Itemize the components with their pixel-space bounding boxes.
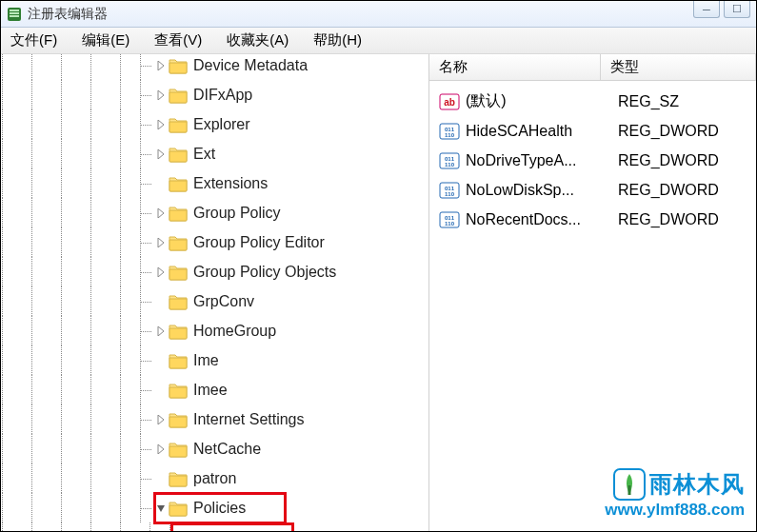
tree-item-label: Device Metadata: [193, 57, 308, 74]
svg-text:110: 110: [445, 162, 455, 167]
tree-item-label: GrpConv: [193, 293, 254, 310]
list-row[interactable]: 011110NoDriveTypeA...REG_DWORD: [429, 146, 756, 175]
tree-item-label: Explorer: [193, 116, 250, 133]
tree-item-label: DIFxApp: [193, 87, 252, 104]
tree-item[interactable]: Device Metadata: [1, 54, 336, 80]
expander-icon[interactable]: [155, 296, 167, 307]
tree-item[interactable]: GrpConv: [1, 286, 336, 316]
tree-item-label: Extensions: [193, 175, 268, 192]
expander-icon[interactable]: [155, 178, 167, 189]
svg-text:110: 110: [445, 132, 455, 138]
list-row[interactable]: 011110HideSCAHealthREG_DWORD: [429, 116, 756, 146]
content: Device MetadataDIFxAppExplorerExtExtensi…: [1, 54, 756, 531]
value-type: REG_SZ: [608, 93, 679, 110]
expander-icon[interactable]: [155, 473, 167, 484]
tree-item[interactable]: patron: [1, 463, 336, 493]
menu-edit[interactable]: 编辑(E): [82, 31, 129, 49]
watermark: 雨林木风 www.ylmf888.com: [605, 468, 745, 520]
menu-view[interactable]: 查看(V): [154, 31, 202, 49]
value-type: REG_DWORD: [608, 152, 719, 169]
svg-text:110: 110: [445, 221, 455, 227]
menu-file[interactable]: 文件(F): [10, 31, 57, 49]
tree-item-label: Internet Settings: [193, 411, 305, 428]
tree-item[interactable]: Group Policy Objects: [1, 257, 336, 286]
expander-icon[interactable]: [155, 148, 167, 160]
window-title: 注册表编辑器: [28, 6, 108, 23]
logo-icon: [613, 468, 646, 501]
tree-item-label: Ime: [193, 352, 219, 369]
svg-rect-2: [10, 12, 19, 14]
window-controls: ─ ☐: [693, 1, 750, 18]
list-row[interactable]: 011110NoRecentDocs...REG_DWORD: [429, 205, 756, 234]
tree-item-label: Explorer: [223, 529, 280, 532]
watermark-url: www.ylmf888.com: [605, 501, 745, 520]
tree-item[interactable]: Explorer: [1, 109, 336, 139]
tree-item[interactable]: NetCache: [1, 434, 336, 463]
tree-item-label: patron: [193, 470, 236, 487]
tree-item-label: Group Policy: [193, 205, 281, 222]
tree-item-label: Ext: [193, 146, 215, 163]
tree-item[interactable]: Group Policy Editor: [1, 227, 336, 257]
expander-icon[interactable]: [155, 355, 167, 366]
maximize-button[interactable]: ☐: [724, 1, 750, 18]
value-name: NoLowDiskSp...: [466, 182, 608, 199]
tree-item[interactable]: Ime: [1, 345, 336, 375]
watermark-text: 雨林木风: [649, 469, 745, 500]
value-name: NoRecentDocs...: [466, 211, 608, 228]
tree-pane[interactable]: Device MetadataDIFxAppExplorerExtExtensi…: [1, 54, 429, 531]
expander-icon[interactable]: [155, 384, 167, 396]
expander-icon[interactable]: [155, 60, 167, 71]
tree-item[interactable]: Policies: [1, 493, 336, 522]
tree-item[interactable]: HomeGroup: [1, 316, 336, 345]
tree-item-label: Group Policy Editor: [193, 234, 325, 251]
svg-rect-19: [628, 485, 631, 495]
expander-icon[interactable]: [155, 266, 167, 278]
tree-item-label: Group Policy Objects: [193, 264, 336, 281]
tree-item[interactable]: DIFxApp: [1, 80, 336, 109]
value-type: REG_DWORD: [608, 182, 719, 199]
tree-item[interactable]: Ext: [1, 139, 336, 168]
svg-text:ab: ab: [444, 97, 455, 108]
tree-item-label: Imee: [193, 382, 228, 399]
value-type: REG_DWORD: [608, 211, 719, 228]
regedit-icon: [7, 7, 22, 22]
tree-item[interactable]: Group Policy: [1, 198, 336, 227]
expander-icon[interactable]: [155, 443, 167, 455]
tree-item[interactable]: Explorer: [1, 522, 336, 531]
value-type: REG_DWORD: [608, 123, 719, 140]
svg-rect-3: [10, 15, 19, 17]
minimize-button[interactable]: ─: [693, 1, 720, 18]
tree-item-label: NetCache: [193, 441, 261, 458]
list-row[interactable]: 011110NoLowDiskSp...REG_DWORD: [429, 175, 756, 205]
value-name: (默认): [466, 91, 608, 111]
list-header: 名称 类型: [429, 54, 756, 81]
column-header-name[interactable]: 名称: [429, 54, 601, 80]
expander-icon[interactable]: [155, 502, 167, 514]
column-header-type[interactable]: 类型: [601, 54, 756, 80]
expander-icon[interactable]: [155, 119, 167, 130]
menubar: 文件(F) 编辑(E) 查看(V) 收藏夹(A) 帮助(H): [1, 28, 756, 54]
tree-item-label: Policies: [193, 500, 246, 517]
menu-favorites[interactable]: 收藏夹(A): [227, 31, 289, 49]
svg-rect-1: [10, 10, 19, 11]
svg-text:110: 110: [445, 191, 455, 197]
expander-icon[interactable]: [155, 207, 167, 219]
expander-icon[interactable]: [155, 237, 167, 248]
expander-icon[interactable]: [155, 414, 167, 425]
tree-item[interactable]: Imee: [1, 375, 336, 404]
titlebar: 注册表编辑器 ─ ☐: [1, 1, 756, 28]
list-pane[interactable]: 名称 类型 ab(默认)REG_SZ011110HideSCAHealthREG…: [429, 54, 756, 531]
expander-icon[interactable]: [155, 89, 167, 101]
value-name: NoDriveTypeA...: [466, 152, 608, 169]
tree-item-label: HomeGroup: [193, 323, 276, 340]
expander-icon[interactable]: [155, 325, 167, 337]
value-name: HideSCAHealth: [466, 123, 608, 140]
tree-item[interactable]: Internet Settings: [1, 404, 336, 434]
list-row[interactable]: ab(默认)REG_SZ: [429, 87, 756, 116]
tree-item[interactable]: Extensions: [1, 168, 336, 198]
menu-help[interactable]: 帮助(H): [313, 31, 362, 49]
